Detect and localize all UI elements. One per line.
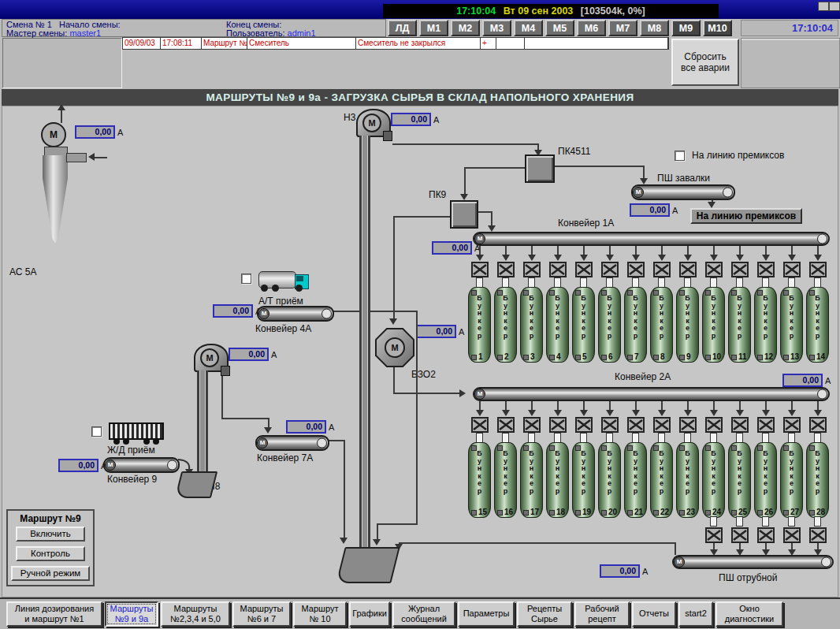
bunker-word: Бункер <box>755 450 776 496</box>
premix-line-button[interactable]: На линию премиксов <box>690 208 802 224</box>
bunker-word: Бункер <box>625 295 646 341</box>
valve-icon <box>757 417 775 433</box>
flow-arrow <box>460 194 468 200</box>
flow-line <box>344 440 345 539</box>
roller-icon <box>167 460 177 471</box>
nav-button-6[interactable]: Графики <box>349 601 390 627</box>
bunker-number: 13 <box>790 352 799 361</box>
bunker-4: Бункер4 <box>546 287 569 363</box>
valve-icon <box>731 262 749 277</box>
nav-button-8[interactable]: Параметры <box>458 601 515 627</box>
elevator-n3-boot <box>336 547 400 583</box>
bunker-25: Бункер25 <box>728 442 751 518</box>
elevator-n3-legs <box>359 136 370 549</box>
valve-icon <box>523 262 541 277</box>
conveyor-1a: М <box>473 232 830 246</box>
indicator-light <box>497 510 503 515</box>
nav-button-13[interactable]: Окно диагностики <box>715 601 783 627</box>
valve-icon <box>757 262 775 277</box>
ac5a-inlet-pipe <box>66 153 87 162</box>
flow-line <box>377 523 378 541</box>
label-n3: Н3 <box>344 112 355 123</box>
bunker-21: Бункер21 <box>624 442 647 518</box>
rail-receive-checkbox[interactable] <box>91 426 102 437</box>
label-zhd-priem: Ж/Д приём <box>107 445 155 456</box>
nav-button-4[interactable]: Маршруты №6 и 7 <box>232 601 291 627</box>
bunker-column: Бункер8 <box>649 246 675 366</box>
elevator-n3-spout <box>383 131 392 141</box>
bunker-number: 16 <box>504 508 513 516</box>
bunker-word: Бункер <box>495 295 516 341</box>
valve-icon <box>497 417 515 433</box>
bunker-number: 22 <box>660 508 669 516</box>
bunker-word: Бункер <box>573 295 594 341</box>
n3-current-unit: А <box>433 115 439 125</box>
route-button-2[interactable]: Контроль <box>16 546 85 561</box>
flow-arrow <box>788 255 796 261</box>
psh-otrubnoy-current-display: 0,00А <box>600 564 648 578</box>
flow-arrow <box>684 255 692 261</box>
nav-button-12[interactable]: start2 <box>678 601 713 627</box>
truck-receive-checkbox[interactable] <box>241 274 251 284</box>
premix-line-checkbox[interactable] <box>675 151 685 161</box>
bunker-number: 17 <box>530 508 539 516</box>
bunker-column: Бункер23 <box>675 401 701 521</box>
indicator-light <box>523 445 529 451</box>
route-button-3[interactable]: Ручной режим <box>11 566 90 581</box>
indicator-light <box>809 355 815 360</box>
bunker-number: 24 <box>712 508 721 516</box>
flow-line <box>95 157 107 158</box>
ac5a-collar <box>44 147 68 156</box>
indicator-light <box>809 445 815 451</box>
label-psh-zavalki: ПШ завалки <box>657 173 710 184</box>
flow-arrow <box>814 410 822 416</box>
bunker-word: Бункер <box>729 295 750 341</box>
bunker-number: 1 <box>478 352 483 361</box>
bunker-number: 21 <box>634 508 643 516</box>
valve-icon <box>783 262 801 277</box>
valve-icon <box>757 527 775 543</box>
bunker-number: 2 <box>504 352 509 361</box>
indicator-light <box>653 355 659 360</box>
nav-button-2[interactable]: Маршруты №9 и 9а <box>105 601 158 627</box>
discharge-column <box>779 516 805 557</box>
nav-button-5[interactable]: Маршрут № 10 <box>293 601 347 627</box>
psh-otrubnoy-current-unit: А <box>642 567 648 576</box>
bunker-word: Бункер <box>677 450 698 496</box>
bottom-valve-row <box>701 516 835 557</box>
flow-line <box>393 367 395 394</box>
bunker-number: 3 <box>530 352 535 361</box>
bunker-6: Бункер6 <box>598 287 621 363</box>
flow-arrow <box>632 255 640 261</box>
flow-arrow <box>736 549 744 556</box>
nav-button-10[interactable]: Рабочий рецепт <box>574 601 630 627</box>
nav-button-9[interactable]: Рецепты Сырье <box>517 601 572 627</box>
indicator-light <box>679 510 685 515</box>
label-pk4511: ПК4511 <box>558 146 590 157</box>
bunker-column: Бункер1 <box>467 246 493 366</box>
bzo2-current-unit: А <box>459 327 464 337</box>
discharge-column <box>727 516 753 557</box>
valve-icon <box>783 417 801 433</box>
bunker-column: Бункер28 <box>805 401 831 521</box>
flow-arrow <box>684 410 692 416</box>
flow-arrow <box>264 427 272 434</box>
nav-button-7[interactable]: Журнал сообщений <box>392 601 455 627</box>
conveyor-7a: М <box>255 435 329 451</box>
ac5a-cyclone-icon <box>43 155 68 244</box>
bunker-number: 23 <box>686 508 695 516</box>
route-button-1[interactable]: Включить <box>16 527 85 542</box>
ac5a-motor-icon: М <box>41 122 66 147</box>
flow-line <box>555 166 645 167</box>
bunker-14: Бункер14 <box>806 287 829 363</box>
nav-button-1[interactable]: Линия дозирования и маршрут №1 <box>6 601 102 627</box>
nav-button-11[interactable]: Отчеты <box>632 601 676 627</box>
bunker-word: Бункер <box>625 450 646 496</box>
bunker-number: 6 <box>608 352 613 361</box>
valve-icon <box>575 417 593 433</box>
label-ac5a: АС 5А <box>9 266 36 277</box>
valve-icon <box>549 262 567 277</box>
flow-arrow <box>658 410 666 416</box>
nav-button-3[interactable]: Маршруты №2,3,4 и 5,0 <box>161 601 230 627</box>
indicator-light <box>653 445 659 451</box>
